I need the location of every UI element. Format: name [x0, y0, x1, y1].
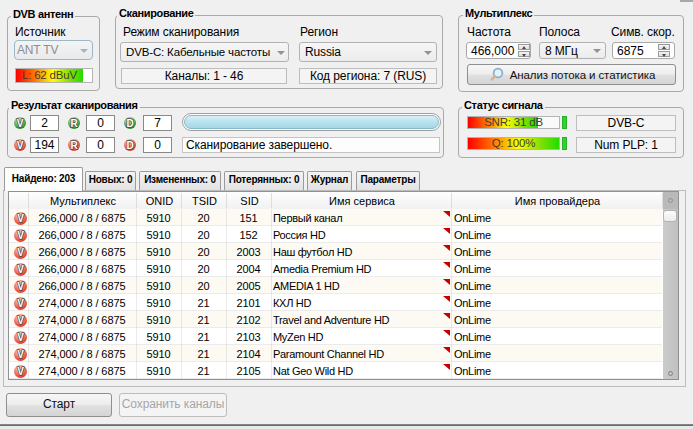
- svg-text:V: V: [17, 247, 24, 258]
- svg-text:V: V: [17, 349, 24, 360]
- svg-text:V: V: [17, 366, 24, 377]
- svg-text:V: V: [17, 315, 24, 326]
- svg-text:V: V: [17, 298, 24, 309]
- svg-text:R: R: [70, 118, 78, 129]
- svg-text:D: D: [126, 118, 133, 129]
- svg-text:R: R: [70, 140, 78, 151]
- svg-text:V: V: [17, 332, 24, 343]
- svg-text:V: V: [17, 213, 24, 224]
- svg-text:V: V: [17, 118, 24, 129]
- svg-text:D: D: [126, 140, 133, 151]
- svg-text:V: V: [17, 264, 24, 275]
- svg-text:V: V: [17, 281, 24, 292]
- svg-text:V: V: [17, 140, 24, 151]
- svg-text:V: V: [17, 230, 24, 241]
